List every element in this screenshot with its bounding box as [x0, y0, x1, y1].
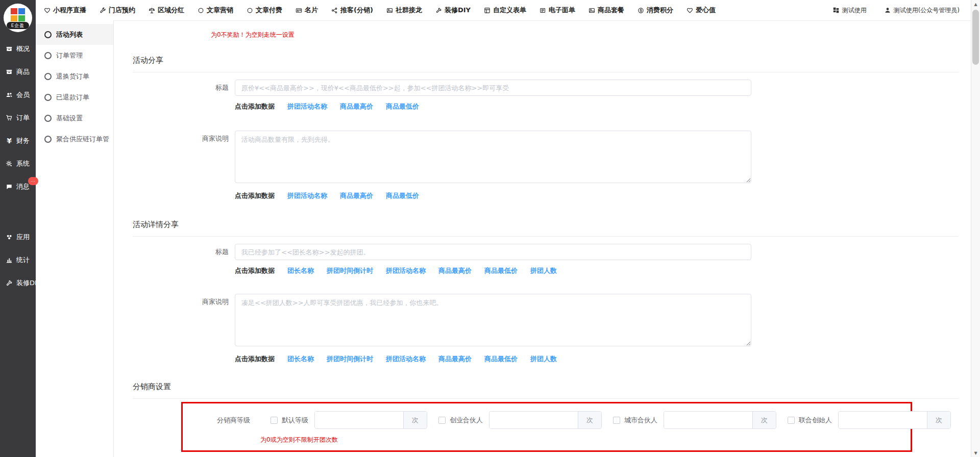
insert-token-link[interactable]: 商品最低价 [386, 102, 419, 111]
nav-item-e-waybill[interactable]: 电子面单 [540, 6, 575, 15]
nav-item-product-bundle[interactable]: 商品套餐 [589, 6, 624, 15]
tier-co-founder: 联合创始人 次 [788, 411, 951, 429]
add-data-label: 点击添加数据 [235, 354, 275, 364]
insert-token-link[interactable]: 拼团人数 [530, 266, 557, 275]
submenu-item-activity-list[interactable]: 活动列表 [36, 24, 113, 45]
co-founder-times-input[interactable] [839, 412, 927, 428]
tier-name-label: 联合创始人 [799, 416, 832, 425]
sidebar-item-orders[interactable]: 订单 [0, 106, 36, 129]
title-field-label: 标题 [133, 244, 235, 260]
insert-token-link[interactable]: 商品最高价 [340, 102, 373, 111]
circle-bullet-icon [44, 31, 52, 38]
nav-item-group-chain[interactable]: 社群接龙 [386, 6, 422, 15]
share-title-input[interactable] [235, 80, 751, 96]
cart-icon [6, 114, 13, 121]
open-group-limit-hint-text: 为0或为空则不限制开团次数 [260, 436, 911, 444]
circle-bullet-icon [44, 94, 52, 101]
insert-token-link[interactable]: 团长名称 [287, 354, 314, 364]
times-unit-label: 次 [927, 412, 950, 428]
sidebar-item-messages[interactable]: 消息 … [0, 175, 36, 198]
scroll-down-arrow-icon[interactable]: ▼ [971, 449, 980, 457]
startup-partner-times-input[interactable] [489, 412, 578, 428]
detail-title-input[interactable] [235, 244, 751, 260]
default-level-checkbox[interactable] [271, 417, 278, 424]
account-menu[interactable]: 测试使用(公众号管理员) [884, 6, 960, 15]
tier-name-label: 城市合伙人 [624, 416, 657, 425]
circle-icon [198, 7, 204, 14]
times-unit-label: 次 [578, 412, 601, 428]
nav-item-store-booking[interactable]: 门店预约 [100, 6, 135, 15]
yen-icon: ¥ [6, 137, 13, 145]
insert-token-link[interactable]: 拼团活动名称 [287, 191, 327, 200]
submenu-item-basic-settings[interactable]: 基础设置 [36, 108, 113, 129]
desc-field-label: 商家说明 [133, 294, 235, 310]
image-icon [589, 7, 595, 14]
insert-token-link[interactable]: 商品最低价 [484, 266, 518, 275]
document-icon [540, 7, 546, 14]
share-desc-textarea[interactable] [235, 131, 751, 183]
submenu-item-return-orders[interactable]: 退换货订单 [36, 66, 113, 87]
secondary-sidebar: 活动列表 订单管理 退换货订单 已退款订单 基础设置 聚合供应链订单管 [36, 20, 114, 457]
circle-bullet-icon [44, 115, 52, 122]
nav-item-promoter[interactable]: 推客(分销) [331, 6, 373, 15]
add-data-label: 点击添加数据 [235, 191, 275, 200]
sidebar-item-statistics[interactable]: 统计 [0, 248, 36, 271]
tier-default-level: 默认等级 次 [271, 411, 427, 429]
apps-icon [6, 234, 13, 241]
nav-item-decorate-diy[interactable]: 装修DIY [435, 6, 471, 15]
main-content: 为0不奖励！为空则走统一设置 活动分享 标题 点击添加数据 拼团活动名称 商品最… [113, 20, 971, 457]
sidebar-item-goods[interactable]: 商品 [0, 60, 36, 83]
distributor-level-label: 分销商等级 [213, 416, 250, 425]
nav-item-article-marketing[interactable]: 文章营销 [198, 6, 233, 15]
sidebar-item-decorate-diy[interactable]: 装修DIY [0, 271, 36, 294]
wrench-icon [100, 7, 106, 14]
nav-item-business-card[interactable]: 名片 [296, 6, 318, 15]
insert-token-link[interactable]: 商品最高价 [438, 354, 472, 364]
submenu-item-supply-chain-orders[interactable]: 聚合供应链订单管 [36, 129, 113, 149]
workspace-switcher[interactable]: 测试使用 [832, 6, 867, 15]
nav-item-region-bonus[interactable]: 区域分红 [149, 6, 184, 15]
startup-partner-checkbox[interactable] [438, 417, 446, 424]
sidebar-item-system[interactable]: 系统 [0, 152, 36, 175]
chart-icon [6, 257, 13, 264]
submenu-item-refunded-orders[interactable]: 已退款订单 [36, 87, 113, 108]
insert-token-link[interactable]: 商品最高价 [340, 191, 373, 200]
default-level-times-input[interactable] [315, 412, 403, 428]
sidebar-item-overview[interactable]: 概况 [0, 37, 36, 60]
vertical-scrollbar[interactable]: ▲ ▼ [971, 0, 980, 457]
insert-token-link[interactable]: 商品最高价 [438, 266, 472, 275]
insert-token-link[interactable]: 商品最低价 [386, 191, 419, 200]
scroll-up-arrow-icon[interactable]: ▲ [971, 0, 980, 8]
nav-item-live[interactable]: 小程序直播 [44, 6, 86, 15]
submenu-item-order-management[interactable]: 订单管理 [36, 45, 113, 66]
sidebar-item-members[interactable]: 会员 [0, 83, 36, 106]
sidebar-item-finance[interactable]: ¥ 财务 [0, 129, 36, 152]
scrollbar-thumb[interactable] [972, 10, 979, 65]
insert-token-link[interactable]: 团长名称 [287, 266, 314, 275]
city-partner-times-input[interactable] [664, 412, 752, 428]
insert-token-link[interactable]: 拼团活动名称 [287, 102, 327, 111]
card-icon [296, 7, 302, 14]
circle-icon [247, 7, 253, 14]
share-icon [331, 7, 338, 14]
insert-token-link[interactable]: 拼团活动名称 [386, 354, 426, 364]
reward-hint-text: 为0不奖励！为空则走统一设置 [211, 31, 959, 39]
city-partner-checkbox[interactable] [613, 417, 620, 424]
insert-token-link[interactable]: 拼团活动名称 [386, 266, 426, 275]
insert-token-link[interactable]: 拼团人数 [530, 354, 557, 364]
co-founder-checkbox[interactable] [788, 417, 795, 424]
insert-token-link[interactable]: 拼团时间倒计时 [327, 266, 373, 275]
detail-desc-textarea[interactable] [235, 294, 751, 346]
nav-item-points[interactable]: 消费积分 [638, 6, 673, 15]
brand-logo-mark [11, 8, 25, 21]
nav-item-love-value[interactable]: 爱心值 [687, 6, 716, 15]
user-icon [884, 7, 891, 14]
insert-token-link[interactable]: 拼团时间倒计时 [327, 354, 373, 364]
nav-item-custom-form[interactable]: 自定义表单 [484, 6, 526, 15]
nav-item-article-paid[interactable]: 文章付费 [247, 6, 282, 15]
grid-icon [832, 7, 840, 14]
add-data-label: 点击添加数据 [235, 266, 275, 275]
message-count-badge: … [28, 177, 38, 185]
sidebar-item-apps[interactable]: 应用 [0, 225, 36, 248]
insert-token-link[interactable]: 商品最低价 [484, 354, 518, 364]
